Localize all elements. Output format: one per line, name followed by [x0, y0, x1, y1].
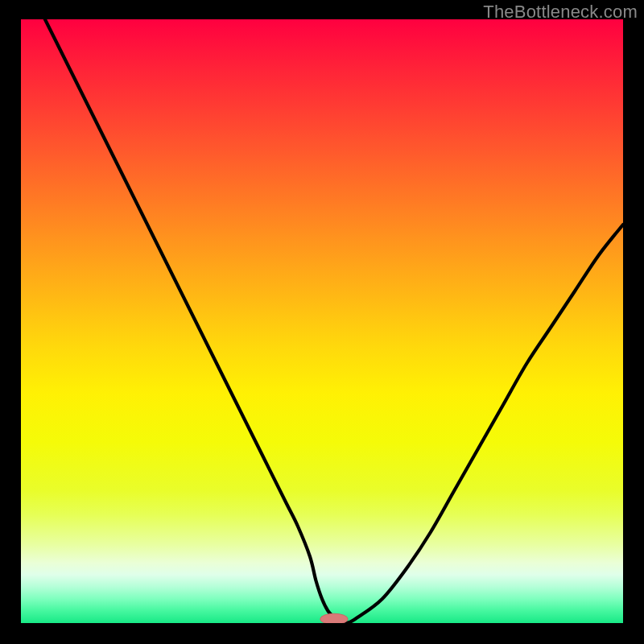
minimum-marker [320, 613, 348, 623]
chart-frame: TheBottleneck.com [0, 0, 644, 644]
bottleneck-curve [21, 19, 623, 623]
watermark-text: TheBottleneck.com [483, 2, 638, 23]
plot-area [21, 19, 623, 623]
